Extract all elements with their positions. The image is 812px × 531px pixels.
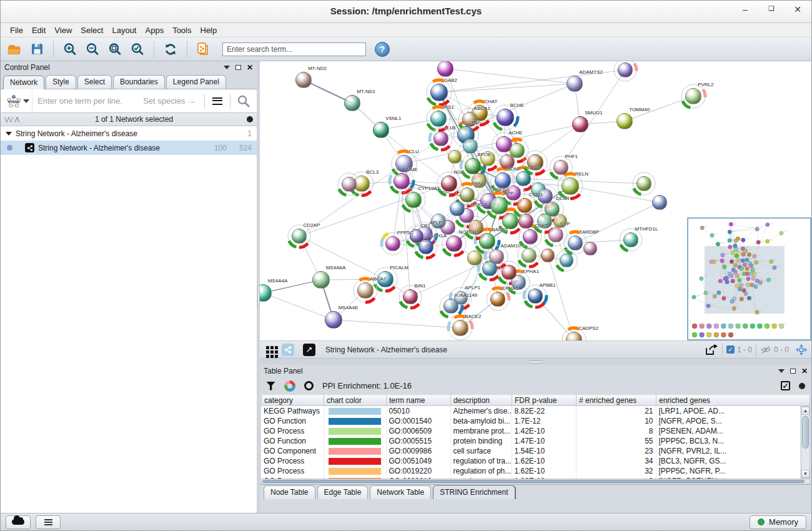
network-node-mthfd1l[interactable] [623,232,638,247]
refresh-button[interactable] [161,40,181,59]
minimize-button[interactable]: – [740,4,750,14]
network-node[interactable] [437,61,453,77]
table-row[interactable]: GO ComponentGO:0009986cell surface1.54E-… [261,446,801,456]
table-row[interactable]: GO ProcessGO:0051049regulation of tra...… [261,456,801,466]
table-row[interactable]: KEGG Pathways05010Alzheimer's dise...8.8… [261,406,801,416]
column-header[interactable]: chart color [324,395,387,406]
network-node[interactable] [467,251,482,266]
float-panel-icon[interactable] [235,65,241,70]
open-in-browser-button[interactable]: ↗ [303,344,315,356]
network-node[interactable] [482,261,497,276]
menu-select[interactable]: Select [76,24,107,36]
network-node[interactable] [636,176,651,191]
network-node[interactable] [583,242,597,256]
memory-button[interactable]: Memory [750,515,806,529]
collapse-all-icon[interactable]: ⋀ [15,116,19,122]
select-rows-icon[interactable]: ✓ [781,381,790,390]
network-node[interactable] [560,254,573,267]
tab-legend-panel[interactable]: Legend Panel [166,75,226,89]
network-node-syp[interactable] [548,227,563,242]
network-node[interactable] [618,62,633,77]
horizontal-splitter[interactable] [260,359,811,365]
network-node-bin1[interactable] [403,289,418,304]
network-node[interactable] [448,150,462,164]
chart-icon[interactable] [284,380,295,392]
zoom-out-button[interactable] [82,40,102,59]
splitter-grip[interactable] [528,360,544,364]
network-node[interactable] [518,214,533,229]
tab-select[interactable]: Select [77,75,112,89]
filter-icon[interactable] [266,382,275,390]
network-node-prnp[interactable] [460,187,475,202]
zoom-fit-button[interactable] [105,40,125,59]
birdseye-overview[interactable] [687,217,811,340]
menu-help[interactable]: Help [196,24,222,36]
network-node-tomm40[interactable] [616,113,633,129]
table-vertical-scrollbar[interactable]: ▲ ▼ [801,406,810,479]
cloud-tasks-button[interactable] [6,515,31,529]
grid-view-icon[interactable] [266,346,269,349]
enrichment-settings-gear-icon[interactable] [799,383,805,389]
network-row-selected[interactable]: String Network - Alzheimer's disease 100… [1,141,257,155]
table-row[interactable]: GO FunctionGO:0005515protein binding1.47… [261,436,801,446]
tab-string-enrichment[interactable]: STRING Enrichment [433,485,515,499]
network-node-irs1[interactable] [430,111,447,127]
network-node-cyp19a1[interactable] [405,192,422,208]
network-node-smug1[interactable] [572,116,588,132]
network-node-bche[interactable] [497,109,514,126]
menu-view[interactable]: View [50,24,76,36]
scroll-thumb[interactable] [802,416,809,449]
set-species-hint[interactable]: Set species → [143,96,202,106]
column-header[interactable]: description [451,395,512,406]
clone-network-button[interactable] [194,40,214,59]
network-node-apoe[interactable] [465,158,481,174]
network-node-vsnl1[interactable] [373,122,389,138]
menu-tools[interactable]: Tools [168,24,196,36]
scroll-down-arrow[interactable]: ▼ [801,470,810,478]
task-history-button[interactable] [36,515,61,529]
navigate-compass-icon[interactable] [795,344,808,356]
network-node-epha5[interactable] [490,292,505,307]
export-network-icon[interactable] [705,344,718,356]
column-header[interactable]: # enriched genes [577,395,656,406]
close-panel-icon[interactable]: ✕ [247,64,253,71]
network-node[interactable] [502,265,517,280]
column-header[interactable]: category [262,395,324,406]
network-node-abca7[interactable] [357,282,374,299]
menu-file[interactable]: File [6,24,27,36]
collection-expand-icon[interactable] [6,132,12,136]
close-button[interactable]: ✕ [793,4,803,14]
network-options-gear-icon[interactable] [247,116,253,122]
network-node-cd2ap[interactable] [292,229,307,244]
help-button[interactable]: ? [375,42,390,57]
network-node[interactable] [541,249,555,262]
string-search-icon[interactable] [237,94,250,108]
network-node-ppp5c[interactable] [385,236,400,251]
network-node-mme[interactable] [394,173,410,189]
close-panel-icon[interactable]: ✕ [801,368,808,374]
panel-menu-icon[interactable] [778,369,785,373]
network-node-app[interactable] [490,197,508,214]
network-node[interactable] [510,143,525,158]
scroll-thumb[interactable] [262,480,805,483]
maximize-button[interactable]: ❏ [766,4,776,14]
menu-edit[interactable]: Edit [27,24,50,36]
network-node[interactable] [450,201,465,216]
network-canvas[interactable]: MT-ND2MT-ND1VSNL1GAB2IRS1IL1BTNFCHATABCA… [260,61,811,341]
string-database-selector[interactable]: STRING [3,89,32,112]
network-node-bace1[interactable] [479,233,495,249]
network-node-gfap[interactable] [516,171,531,186]
float-panel-icon[interactable] [790,369,796,374]
column-header[interactable]: enriched genes [656,395,810,406]
column-header[interactable]: FDR p-value [512,395,577,406]
network-node-il1b[interactable] [433,131,448,146]
panel-menu-icon[interactable] [224,66,230,69]
zoom-in-button[interactable] [60,40,80,59]
network-node-pvrl2[interactable] [685,88,701,104]
tab-edge-table[interactable]: Edge Table [317,485,369,499]
zoom-selected-button[interactable] [127,40,147,59]
table-row[interactable]: GO ProcessGO:0019220regulation of ph...1… [261,466,801,476]
network-collection-row[interactable]: String Network - Alzheimer's disease 1 [1,126,257,141]
tab-node-table[interactable]: Node Table [264,485,315,499]
string-term-input[interactable] [32,96,143,106]
